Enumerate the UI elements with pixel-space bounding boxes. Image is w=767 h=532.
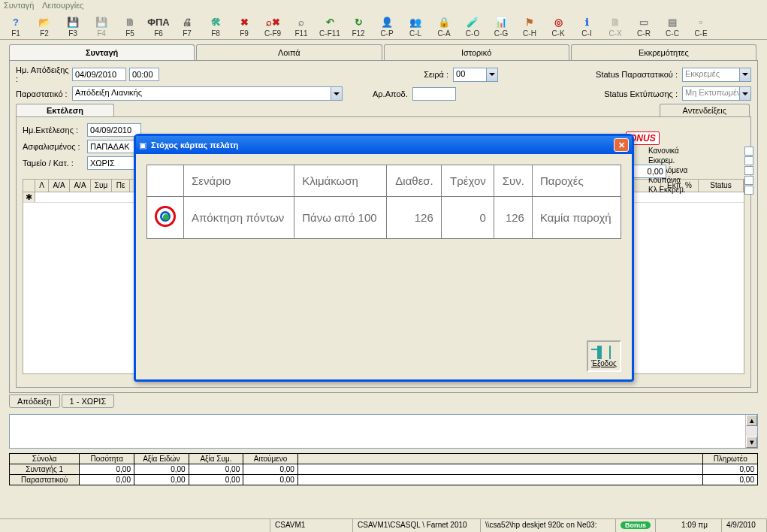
toolbtn-c-g[interactable]: 📊C-G (489, 15, 513, 38)
fpa-icon: ΦΠΑ (147, 15, 169, 29)
save-icon: 💾 (95, 15, 107, 29)
cb-label-4: Κλ.Εκκρεμ. (648, 186, 686, 195)
toolbtn-c-f11[interactable]: ↶C-F11 (318, 15, 342, 38)
status-ektyp-label: Status Εκτύπωσης : (604, 89, 678, 98)
right-indicator-block: ONUS ΚανονικάΕκκρεμ.ΟφειλόμεναΚουπόνιαΚλ… (648, 147, 753, 195)
exit-icon (597, 346, 611, 359)
toolbtn-c-l[interactable]: 👥C-L (403, 15, 427, 38)
status-bonus: Bonus (616, 519, 656, 532)
toolbtn-c-i[interactable]: ℹC-I (575, 15, 599, 38)
checkbox-1[interactable] (744, 156, 753, 165)
subtab-antendeikseis[interactable]: Αντενδείξεις (660, 104, 750, 116)
open-icon: 📂 (38, 15, 50, 29)
toolbtn-c-a[interactable]: 🔒C-A (432, 15, 456, 38)
status-parast-label: Status Παραστατικού : (596, 70, 678, 79)
notes-scrollbar[interactable]: ▴ ▾ (745, 415, 757, 448)
target-icon (155, 206, 176, 227)
status-parast-dropdown[interactable]: Εκκρεμές (682, 68, 751, 82)
col-aa2[interactable]: Α/Α (70, 180, 91, 192)
close-icon[interactable]: ✕ (614, 138, 629, 152)
target-row[interactable]: Απόκτηση πόντων Πάνω από 100 126 0 126 Κ… (147, 197, 621, 239)
col-pe[interactable]: Πε (112, 180, 130, 192)
toolbtn-f12[interactable]: ↻F12 (346, 15, 370, 38)
th-syn: Συν. (494, 165, 532, 197)
toolbtn-c-r[interactable]: ▭C-R (632, 15, 656, 38)
exit-button[interactable]: Έξοδος (587, 340, 621, 372)
col-l[interactable]: Λ (35, 180, 49, 192)
receipt-time-input[interactable] (129, 68, 159, 81)
doc-icon: 🗎 (611, 15, 621, 29)
dialog-titlebar[interactable]: ▣ Στόχος κάρτας πελάτη ✕ (136, 136, 632, 154)
checkbox-3[interactable] (744, 176, 753, 185)
status-conn: CSAVM1\CSASQL \ Farnet 2010 (353, 519, 481, 532)
toolbtn-c-o[interactable]: 🧪C-O (461, 15, 485, 38)
toolbtn-f8[interactable]: 🛠F8 (204, 15, 228, 38)
col-sym[interactable]: Συμ (91, 180, 112, 192)
cb-label-0: Κανονικά (648, 147, 679, 156)
subtab-ektelesi[interactable]: Εκτέλεση (16, 104, 114, 116)
toolbtn-c-h[interactable]: ⚑C-H (518, 15, 542, 38)
back-icon: ↶ (326, 15, 334, 29)
tab-ekkremotites[interactable]: Εκκρεμότητες (571, 44, 756, 60)
main-toolbar: ?F1📂F2💾F3💾F4🗎F5ΦΠΑF6🖨F7🛠F8✖F9⌕✖C-F9⌕F11↶… (0, 14, 767, 40)
th-diathes: Διαθεσ. (386, 165, 441, 197)
totals-hdr: Σύνολα (10, 454, 80, 464)
people-icon: 👥 (409, 15, 421, 29)
checkbox-4[interactable] (744, 186, 753, 195)
menu-syntagi[interactable]: Συνταγή (4, 1, 34, 10)
scroll-up[interactable]: ▴ (746, 415, 757, 426)
toolbtn-c-e[interactable]: ▫C-E (689, 15, 713, 38)
person-icon: 👤 (381, 15, 393, 29)
toolbtn-f9[interactable]: ✖F9 (232, 15, 256, 38)
main-tabstrip: Συνταγή Λοιπά Ιστορικό Εκκρεμότητες (9, 44, 758, 60)
receipt-date-input[interactable] (72, 68, 126, 81)
toolbtn-f6[interactable]: ΦΠΑF6 (146, 15, 171, 38)
notes-area[interactable]: ▴ ▾ (9, 414, 758, 449)
toolbtn-f11[interactable]: ⌕F11 (289, 15, 313, 38)
arapod-label: Αρ.Αποδ. (373, 89, 408, 98)
tools-icon: 🛠 (211, 15, 221, 29)
toolbtn-c-f9[interactable]: ⌕✖C-F9 (261, 15, 285, 38)
find-del-icon: ⌕✖ (266, 15, 280, 29)
toolbtn-c-k[interactable]: ◎C-K (546, 15, 570, 38)
col-aa1[interactable]: Α/Α (49, 180, 70, 192)
menubar: Συνταγή Λειτουργίες (0, 0, 767, 14)
btab-apodeiksi[interactable]: Απόδειξη (9, 394, 60, 408)
parastatiko-dropdown[interactable]: Απόδειξη Λιανικής (72, 86, 343, 101)
toolbtn-f2[interactable]: 📂F2 (32, 15, 56, 38)
th-paroxes: Παροχές (532, 165, 621, 197)
target-table: Σενάριο Κλιμάκωση Διαθεσ. Τρέχον Συν. Πα… (146, 165, 621, 239)
vial-icon: 🧪 (467, 15, 479, 29)
parastatiko-label: Παραστατικό : (16, 89, 72, 98)
dialog-title: Στόχος κάρτας πελάτη (151, 141, 238, 150)
status-host: CSAVM1 (270, 519, 353, 532)
scroll-down[interactable]: ▾ (746, 437, 757, 448)
exec-date-input[interactable] (87, 123, 141, 137)
toolbtn-f1[interactable]: ?F1 (4, 15, 28, 38)
toolbtn-f5[interactable]: 🗎F5 (118, 15, 142, 38)
tab-istoriko[interactable]: Ιστορικό (384, 44, 569, 60)
seira-label: Σειρά : (424, 70, 448, 79)
btab-xwris[interactable]: 1 - ΧΩΡΙΣ (62, 394, 115, 408)
toolbtn-c-c[interactable]: ▤C-C (660, 15, 684, 38)
tameio-label: Ταμείο / Κατ. : (23, 159, 87, 168)
delete-icon: ✖ (240, 15, 249, 29)
checkbox-2[interactable] (744, 166, 753, 175)
toolbtn-f7[interactable]: 🖨F7 (175, 15, 199, 38)
seira-dropdown[interactable]: 00 (453, 68, 498, 82)
arapod-input[interactable] (412, 87, 456, 101)
lock-icon: 🔒 (438, 15, 450, 29)
dialog-app-icon: ▣ (139, 141, 146, 150)
checkbox-0[interactable] (744, 147, 753, 156)
toolbtn-c-p[interactable]: 👤C-P (375, 15, 399, 38)
th-trexon: Τρέχον (441, 165, 494, 197)
menu-leitourgies[interactable]: Λειτουργίες (42, 1, 83, 10)
tab-loipa[interactable]: Λοιπά (196, 44, 382, 60)
status-date: 4/9/2010 (722, 519, 767, 532)
toolbtn-f3[interactable]: 💾F3 (61, 15, 85, 38)
toolbtn-f4: 💾F4 (89, 15, 113, 38)
tab-syntagi[interactable]: Συνταγή (9, 44, 195, 60)
th-klimakwsi: Κλιμάκωση (294, 165, 387, 197)
exec-date-label: Ημ.Εκτέλεσης : (23, 125, 87, 135)
status-ektyp-dropdown[interactable]: Μη Εκτυπωμένο (682, 86, 751, 101)
